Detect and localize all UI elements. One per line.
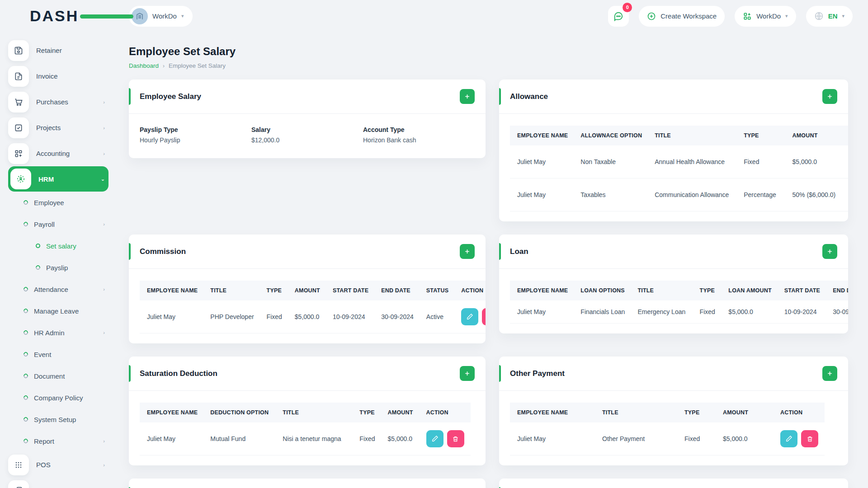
sidebar-item-company-policy[interactable]: Company Policy (8, 387, 108, 408)
allowance-table: EMPLOYEE NAME ALLOWNACE OPTION TITLE TYP… (510, 126, 848, 211)
add-commission-button[interactable] (460, 244, 475, 259)
delete-button[interactable] (801, 430, 818, 447)
topbar: DASH WorkDo ▾ 0 Create Workspace WorkDo (0, 0, 868, 32)
bullet-icon (35, 264, 41, 271)
bullet-icon (23, 199, 29, 206)
bullet-icon (23, 308, 29, 314)
sidebar-item-employee[interactable]: Employee (8, 192, 108, 213)
sidebar-item-projects[interactable]: Projects › (8, 115, 108, 141)
company-contribution-card: Company Contribution (499, 479, 848, 488)
card-title: Saturation Deduction (140, 369, 217, 378)
workspace-selector[interactable]: WorkDo ▾ (129, 6, 193, 27)
sidebar-item-label: Payslip (46, 264, 68, 272)
add-saturation-deduction-button[interactable] (460, 366, 475, 381)
sidebar-item-set-salary[interactable]: Set salary (8, 235, 108, 257)
sidebar-item-event[interactable]: Event (8, 343, 108, 365)
column-header: TITLE (648, 126, 737, 145)
sidebar-item-crm[interactable]: CRM › (8, 478, 108, 488)
sidebar-item-report[interactable]: Report › (8, 430, 108, 452)
bullet-icon (23, 221, 29, 227)
sidebar-item-label: System Setup (34, 416, 76, 423)
column-header: START DATE (326, 281, 375, 300)
sidebar-item-manage-leave[interactable]: Manage Leave (8, 300, 108, 322)
chevron-right-icon: › (103, 151, 105, 156)
sidebar-item-hr-admin[interactable]: HR Admin › (8, 322, 108, 343)
table-row: Juliet May Mutual Fund Nisi a tenetur ma… (140, 422, 471, 455)
column-header: AMOUNT (786, 126, 842, 145)
sidebar-item-pos[interactable]: POS › (8, 452, 108, 478)
other-payment-card: Other Payment EMPLOYEE NAME TITLE TYPE A… (499, 357, 848, 465)
plus-icon (464, 370, 471, 377)
plus-icon (464, 248, 471, 255)
sidebar-item-document[interactable]: Document (8, 365, 108, 387)
column-header: AMOUNT (382, 403, 420, 422)
field-value: $12,000.0 (251, 136, 363, 144)
bullet-icon (23, 286, 29, 292)
edit-button[interactable] (461, 308, 478, 325)
column-header: ACTION (842, 126, 848, 145)
messages-button[interactable]: 0 (608, 6, 629, 27)
delete-button[interactable] (447, 430, 464, 447)
bullet-icon (35, 243, 41, 249)
edit-button[interactable] (426, 430, 443, 447)
edit-icon (466, 313, 473, 320)
card-title: Allowance (510, 92, 548, 101)
chevron-down-icon: ▾ (785, 13, 788, 19)
create-workspace-button[interactable]: Create Workspace (639, 6, 725, 27)
sidebar-item-purchases[interactable]: Purchases › (8, 89, 108, 115)
plus-icon (826, 248, 833, 255)
pos-grid-icon (8, 455, 29, 475)
column-header: ALLOWNACE OPTION (574, 126, 648, 145)
table-row: Juliet May PHP Developer Fixed $5,000.0 … (140, 300, 486, 333)
delete-button[interactable] (482, 308, 486, 325)
card-title: Commission (140, 247, 186, 256)
sidebar-item-label: Purchases (36, 98, 68, 106)
commission-card: Commission EMPLOYEE NAME TITLE TYPE AMOU… (129, 235, 486, 343)
language-selector[interactable]: EN ▾ (806, 6, 853, 27)
workspace-label: WorkDo (152, 12, 177, 20)
sidebar-item-label: POS (36, 461, 51, 469)
other-payment-table: EMPLOYEE NAME TITLE TYPE AMOUNT ACTION J… (510, 403, 825, 455)
table-row: Juliet May Financials Loan Emergency Loa… (510, 300, 848, 324)
sidebar-item-accounting[interactable]: Accounting › (8, 141, 108, 166)
messages-count-badge: 0 (623, 3, 632, 12)
add-allowance-button[interactable] (822, 89, 837, 104)
sidebar-item-retainer[interactable]: Retainer (8, 38, 108, 63)
sidebar-item-payroll[interactable]: Payroll › (8, 213, 108, 235)
language-label: EN (828, 12, 838, 20)
edit-icon (431, 435, 439, 442)
commission-table: EMPLOYEE NAME TITLE TYPE AMOUNT START DA… (140, 281, 486, 333)
sidebar-item-system-setup[interactable]: System Setup (8, 408, 108, 430)
breadcrumb: Dashboard › Employee Set Salary (129, 62, 868, 69)
plus-icon (826, 93, 833, 100)
app-logo[interactable]: DASH (0, 7, 115, 25)
overtime-card: Overtime (129, 479, 486, 488)
chat-icon (613, 11, 623, 21)
sidebar-item-label: HR Admin (34, 329, 65, 337)
sidebar-item-invoice[interactable]: Invoice (8, 63, 108, 89)
bullet-icon (23, 394, 29, 401)
column-header: TITLE (596, 403, 678, 422)
sidebar-item-label: Accounting (36, 150, 70, 157)
main-content: Employee Set Salary Dashboard › Employee… (115, 32, 868, 488)
sidebar-item-label: Payroll (34, 221, 55, 228)
breadcrumb-dashboard-link[interactable]: Dashboard (129, 62, 159, 69)
field-label: Salary (251, 126, 363, 133)
column-header: EMPLOYEE NAME (510, 403, 596, 422)
add-employee-salary-button[interactable] (460, 89, 475, 104)
edit-icon (785, 435, 793, 442)
employee-salary-card: Employee Salary Payslip Type Hourly Pays… (129, 80, 486, 158)
chevron-right-icon: › (103, 462, 105, 468)
workdo-menu[interactable]: WorkDo ▾ (735, 6, 796, 27)
column-header: ACTION (455, 281, 486, 300)
sidebar-item-payslip[interactable]: Payslip (8, 257, 108, 278)
bullet-icon (23, 329, 29, 336)
loan-card: Loan EMPLOYEE NAME LOAN OPTIONS TITLE TY… (499, 235, 848, 333)
sidebar-item-hrm[interactable]: HRM ⌄ (8, 166, 108, 192)
add-other-payment-button[interactable] (822, 366, 837, 381)
sidebar-item-label: Document (34, 372, 65, 380)
add-loan-button[interactable] (822, 244, 837, 259)
cards-grid: Employee Salary Payslip Type Hourly Pays… (129, 80, 868, 488)
sidebar-item-attendance[interactable]: Attendance › (8, 278, 108, 300)
edit-button[interactable] (780, 430, 797, 447)
